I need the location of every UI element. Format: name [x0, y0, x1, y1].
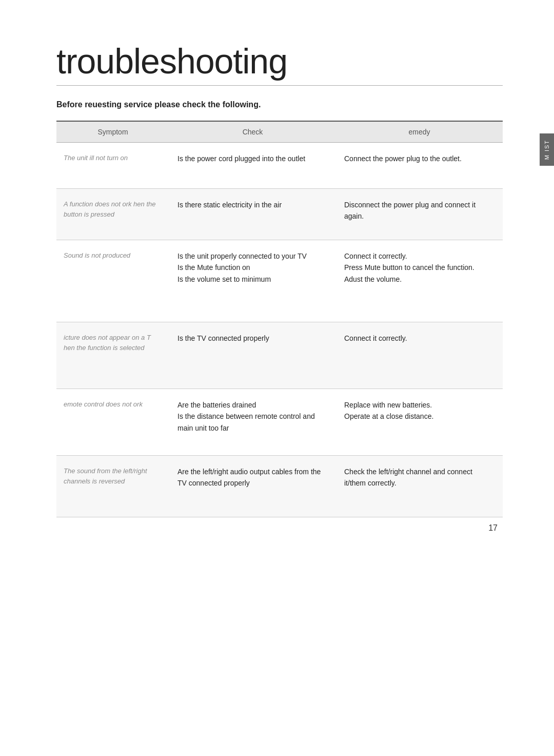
remedy-text-5: Replace with new batteries. Operate at a… [344, 399, 494, 422]
side-tab: M IST [540, 133, 554, 166]
title-divider [56, 85, 503, 86]
remedy-item-6-0: Check the left/right channel and connect… [344, 466, 494, 489]
page-number: 17 [488, 524, 498, 533]
side-tab-text: M IST [544, 140, 550, 160]
symptom-text-2: A function does not ork hen the button i… [64, 199, 162, 219]
symptom-text-4: icture does not appear on a T hen the fu… [64, 333, 162, 353]
table-row: emote control does not ork Are the batte… [56, 389, 503, 456]
page-title: troubleshooting [56, 41, 503, 81]
check-text-4: Is the TV connected properly [177, 333, 328, 344]
check-item-5-0: Are the batteries drained [177, 399, 328, 411]
remedy-item-5-0: Replace with new batteries. [344, 399, 494, 411]
remedy-cell-1: Connect the power plug to the outlet. [336, 143, 503, 188]
check-text-2: Is there static electricity in the air [177, 199, 328, 210]
check-text-1: Is the power cord plugged into the outle… [177, 153, 328, 164]
symptom-text-1: The unit ill not turn on [64, 153, 162, 163]
symptom-cell-6: The sound from the left/right channels i… [56, 456, 169, 517]
check-item-1-0: Is the power cord plugged into the outle… [177, 153, 328, 164]
table-row: The sound from the left/right channels i… [56, 456, 503, 517]
symptom-cell-1: The unit ill not turn on [56, 143, 169, 188]
symptom-text-6: The sound from the left/right channels i… [64, 466, 162, 486]
remedy-item-2-0: Disconnect the power plug and connect it… [344, 199, 494, 222]
check-cell-5: Are the batteries drained Is the distanc… [169, 389, 336, 455]
symptom-cell-3: Sound is not produced [56, 240, 169, 322]
check-cell-1: Is the power cord plugged into the outle… [169, 143, 336, 188]
check-cell-3: Is the unit properly connected to your T… [169, 240, 336, 322]
check-item-4-0: Is the TV connected properly [177, 333, 328, 344]
symptom-cell-4: icture does not appear on a T hen the fu… [56, 322, 169, 389]
remedy-text-2: Disconnect the power plug and connect it… [344, 199, 494, 222]
check-text-6: Are the left/right audio output cables f… [177, 466, 328, 489]
remedy-item-4-0: Connect it correctly. [344, 333, 494, 344]
check-item-2-0: Is there static electricity in the air [177, 199, 328, 210]
header-remedy: emedy [336, 122, 503, 142]
remedy-cell-6: Check the left/right channel and connect… [336, 456, 503, 517]
page-container: troubleshooting Before reuesting service… [0, 0, 554, 558]
check-item-3-2: Is the volume set to minimum [177, 274, 328, 285]
page-subtitle: Before reuesting service please check th… [56, 100, 503, 109]
remedy-cell-2: Disconnect the power plug and connect it… [336, 189, 503, 240]
remedy-text-3: Connect it correctly. Press Mute button … [344, 250, 494, 285]
table-row: A function does not ork hen the button i… [56, 189, 503, 240]
table-row: icture does not appear on a T hen the fu… [56, 322, 503, 389]
check-cell-2: Is there static electricity in the air [169, 189, 336, 240]
remedy-cell-5: Replace with new batteries. Operate at a… [336, 389, 503, 455]
remedy-cell-3: Connect it correctly. Press Mute button … [336, 240, 503, 322]
check-item-6-0: Are the left/right audio output cables f… [177, 466, 328, 489]
header-check: Check [169, 122, 336, 142]
remedy-text-6: Check the left/right channel and connect… [344, 466, 494, 489]
symptom-text-5: emote control does not ork [64, 399, 162, 410]
check-text-3: Is the unit properly connected to your T… [177, 250, 328, 285]
table-row: The unit ill not turn on Is the power co… [56, 143, 503, 189]
troubleshoot-table: Symptom Check emedy The unit ill not tur… [56, 121, 503, 517]
check-cell-6: Are the left/right audio output cables f… [169, 456, 336, 517]
remedy-item-5-1: Operate at a close distance. [344, 411, 494, 422]
check-item-3-0: Is the unit properly connected to your T… [177, 250, 328, 262]
symptom-text-3: Sound is not produced [64, 250, 162, 261]
check-item-3-1: Is the Mute function on [177, 262, 328, 273]
table-row: Sound is not produced Is the unit proper… [56, 240, 503, 322]
remedy-item-3-1: Press Mute button to cancel the function… [344, 262, 494, 273]
remedy-item-1-0: Connect the power plug to the outlet. [344, 153, 494, 164]
symptom-cell-5: emote control does not ork [56, 389, 169, 455]
remedy-cell-4: Connect it correctly. [336, 322, 503, 389]
check-item-5-1: Is the distance between remote control a… [177, 411, 328, 434]
remedy-text-1: Connect the power plug to the outlet. [344, 153, 494, 164]
remedy-item-3-2: Adust the volume. [344, 274, 494, 285]
remedy-item-3-0: Connect it correctly. [344, 250, 494, 262]
table-header: Symptom Check emedy [56, 122, 503, 143]
symptom-cell-2: A function does not ork hen the button i… [56, 189, 169, 240]
check-cell-4: Is the TV connected properly [169, 322, 336, 389]
check-text-5: Are the batteries drained Is the distanc… [177, 399, 328, 434]
header-symptom: Symptom [56, 122, 169, 142]
remedy-text-4: Connect it correctly. [344, 333, 494, 344]
